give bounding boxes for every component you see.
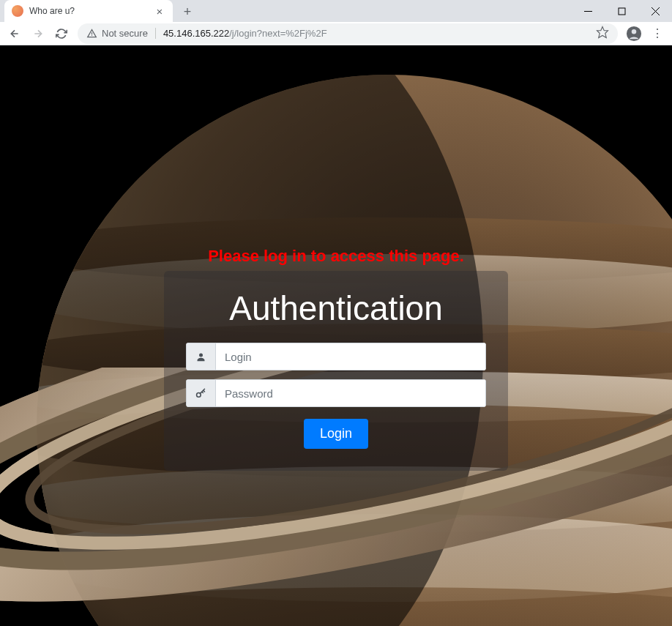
alert-message: Please log in to access this page.	[208, 247, 464, 266]
nav-reload-button[interactable]	[51, 23, 72, 44]
tab-close-button[interactable]: ×	[154, 5, 165, 17]
svg-marker-4	[597, 27, 608, 38]
profile-button[interactable]	[624, 23, 644, 44]
nav-back-button[interactable]	[4, 23, 25, 44]
nav-forward-button[interactable]	[28, 23, 48, 44]
svg-point-27	[199, 353, 203, 357]
url-path: /j/login?next=%2Fj%2F	[229, 28, 326, 39]
window-maximize-button[interactable]	[605, 0, 638, 22]
window-minimize-button[interactable]	[571, 0, 605, 22]
svg-point-6	[632, 29, 636, 34]
password-input-group	[186, 379, 486, 407]
browser-tab-active[interactable]: Who are u? ×	[4, 0, 173, 22]
login-button[interactable]: Login	[304, 419, 368, 449]
password-input[interactable]	[215, 379, 486, 407]
not-secure-label: Not secure	[102, 28, 148, 39]
tab-title: Who are u?	[29, 6, 154, 16]
page-content: Please log in to access this page. Authe…	[0, 45, 672, 626]
tab-favicon-icon	[12, 5, 23, 17]
auth-title: Authentication	[229, 288, 443, 328]
browser-chrome: Who are u? × + Not secure 45.146.165.222…	[0, 0, 672, 45]
warning-triangle-icon	[86, 28, 97, 39]
browser-menu-button[interactable]: ⋮	[647, 23, 668, 44]
user-icon	[186, 343, 215, 370]
login-input[interactable]	[215, 343, 486, 370]
url-host: 45.146.165.222	[163, 28, 229, 39]
login-input-group	[186, 343, 486, 370]
auth-panel: Authentication Login	[164, 271, 508, 471]
window-close-button[interactable]	[638, 0, 672, 22]
window-controls	[571, 0, 672, 22]
new-tab-button[interactable]: +	[177, 1, 198, 22]
address-bar: Not secure 45.146.165.222 /j/login?next=…	[0, 22, 672, 45]
svg-rect-1	[619, 8, 625, 15]
bookmark-star-icon[interactable]	[596, 26, 609, 41]
url-input[interactable]: Not secure 45.146.165.222 /j/login?next=…	[78, 23, 618, 44]
key-icon	[186, 379, 215, 407]
not-secure-badge[interactable]: Not secure	[86, 28, 156, 39]
